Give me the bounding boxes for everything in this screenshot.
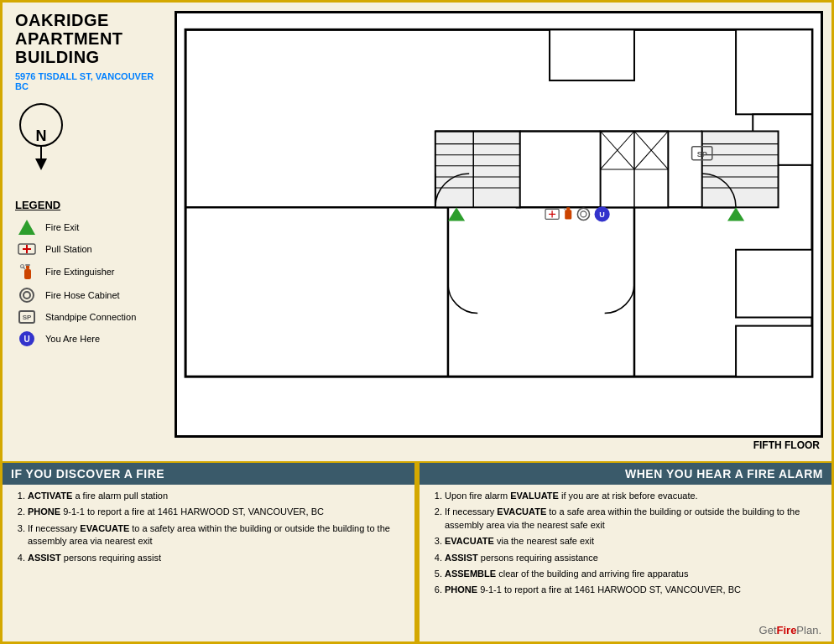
discover-step-2: PHONE 9-1-1 to report a fire at 1461 HAR…	[28, 506, 403, 518]
floor-plan-area: SP	[170, 3, 831, 461]
discover-fire-panel: IF YOU DISCOVER A FIRE ACTIVATE a fire a…	[3, 463, 414, 641]
alarm-step-6-rest: 9-1-1 to report a fire at 1461 HARWOOD S…	[480, 584, 741, 595]
discover-fire-header: IF YOU DISCOVER A FIRE	[3, 463, 414, 485]
legend-label-fire-exit: Fire Exit	[45, 222, 79, 232]
watermark-prefix: Get	[759, 624, 777, 636]
legend-item-hose-cabinet: Fire Hose Cabinet	[15, 288, 158, 303]
legend-item-standpipe: SP Standpipe Connection	[15, 310, 158, 324]
discover-step-3-bold: EVACUATE	[80, 523, 129, 533]
watermark-suffix: Plan.	[796, 624, 821, 636]
discover-step-2-rest: 9-1-1 to report a fire at 1461 HARWOOD S…	[63, 506, 324, 517]
alarm-step-2-prefix: If necessary	[445, 506, 497, 517]
alarm-step-4-rest: persons requiring assistance	[481, 553, 598, 563]
legend-item-you-are-here: U You Are Here	[15, 331, 158, 346]
svg-rect-3	[24, 269, 31, 279]
svg-rect-39	[736, 250, 812, 318]
alarm-step-1-prefix: Upon fire alarm	[445, 491, 510, 501]
hose-cabinet-icon	[15, 288, 39, 303]
floor-plan-svg: SP	[177, 13, 821, 435]
alarm-step-3: EVACUATE via the nearest safe exit	[445, 535, 820, 548]
alarm-body: Upon fire alarm EVALUATE if you are at r…	[420, 485, 831, 605]
discover-fire-body: ACTIVATE a fire alarm pull station PHONE…	[3, 485, 414, 573]
svg-rect-40	[736, 326, 812, 377]
svg-rect-49	[566, 207, 570, 210]
alarm-step-2: If necessary EVACUATE to a safe area wit…	[445, 506, 820, 532]
svg-rect-16	[435, 131, 520, 207]
north-letter: N	[36, 128, 47, 143]
svg-rect-30	[702, 131, 779, 207]
svg-text:U: U	[599, 210, 605, 219]
fire-exit-icon	[15, 220, 39, 235]
alarm-step-5-bold: ASSEMBLE	[445, 569, 496, 579]
alarm-header: WHEN YOU HEAR A FIRE ALARM	[420, 463, 831, 485]
alarm-step-4-bold: ASSIST	[445, 553, 478, 563]
floor-label: FIFTH FLOOR	[175, 438, 823, 453]
svg-rect-5	[25, 264, 30, 266]
north-circle: N	[19, 103, 63, 147]
legend-item-fire-exit: Fire Exit	[15, 220, 158, 235]
alarm-step-6-bold: PHONE	[445, 584, 477, 595]
alarm-step-3-rest: via the nearest safe exit	[497, 536, 594, 546]
discover-step-1: ACTIVATE a fire alarm pull station	[28, 490, 403, 502]
discover-step-3-prefix: If necessary	[28, 523, 80, 533]
discover-step-4-rest: persons requiring assist	[64, 553, 161, 563]
watermark-fire: Fire	[777, 624, 797, 636]
watermark: GetFirePlan.	[759, 624, 821, 636]
north-arrow: N	[19, 103, 158, 170]
main-container: OAKRIDGE APARTMENT BUILDING 5976 TISDALL…	[0, 0, 834, 644]
alarm-step-1: Upon fire alarm EVALUATE if you are at r…	[445, 490, 820, 502]
bottom-section: IF YOU DISCOVER A FIRE ACTIVATE a fire a…	[3, 461, 831, 641]
standpipe-icon: SP	[15, 310, 39, 324]
pull-station-icon	[15, 242, 39, 256]
alarm-step-1-rest: if you are at risk before evacuate.	[561, 491, 698, 501]
svg-rect-9	[550, 29, 634, 80]
alarm-step-5-rest: clear of the building and arriving fire …	[498, 569, 688, 579]
discover-step-1-rest: a fire alarm pull station	[75, 491, 168, 501]
alarm-step-4: ASSIST persons requiring assistance	[445, 552, 820, 564]
discover-step-4: ASSIST persons requiring assist	[28, 552, 403, 564]
legend-label-standpipe: Standpipe Connection	[45, 312, 136, 322]
left-panel: OAKRIDGE APARTMENT BUILDING 5976 TISDALL…	[3, 3, 170, 461]
discover-step-4-bold: ASSIST	[28, 553, 61, 563]
building-address: 5976 TISDALL ST, VANCOUVER BC	[15, 71, 158, 91]
discover-step-2-bold: PHONE	[28, 506, 60, 517]
svg-rect-10	[736, 29, 812, 114]
legend-label-extinguisher: Fire Extinguisher	[45, 267, 115, 277]
alarm-step-5: ASSEMBLE clear of the building and arriv…	[445, 568, 820, 580]
legend-label-you-are-here: You Are Here	[45, 334, 100, 344]
legend-title: LEGEND	[15, 199, 158, 211]
svg-rect-48	[565, 210, 571, 219]
discover-step-1-bold: ACTIVATE	[28, 491, 72, 501]
legend-item-pull-station: Pull Station	[15, 242, 158, 256]
alarm-step-3-bold: EVACUATE	[445, 536, 494, 546]
you-are-here-icon: U	[15, 331, 39, 346]
legend-item-extinguisher: Fire Extinguisher	[15, 263, 158, 280]
top-section: OAKRIDGE APARTMENT BUILDING 5976 TISDALL…	[3, 3, 831, 461]
svg-text:SP: SP	[697, 150, 707, 158]
alarm-panel: WHEN YOU HEAR A FIRE ALARM Upon fire ala…	[420, 463, 831, 641]
alarm-step-6: PHONE 9-1-1 to report a fire at 1461 HAR…	[445, 584, 820, 596]
legend-label-hose-cabinet: Fire Hose Cabinet	[45, 290, 120, 300]
discover-step-3: If necessary EVACUATE to a safety area w…	[28, 522, 403, 548]
legend-label-pull-station: Pull Station	[45, 244, 92, 254]
floor-plan-container: SP	[175, 11, 823, 438]
svg-point-7	[21, 265, 24, 268]
alarm-step-2-bold: EVACUATE	[497, 506, 546, 517]
alarm-step-1-bold: EVALUATE	[510, 491, 559, 501]
extinguisher-icon	[15, 263, 39, 280]
building-title: OAKRIDGE APARTMENT BUILDING	[15, 11, 158, 66]
